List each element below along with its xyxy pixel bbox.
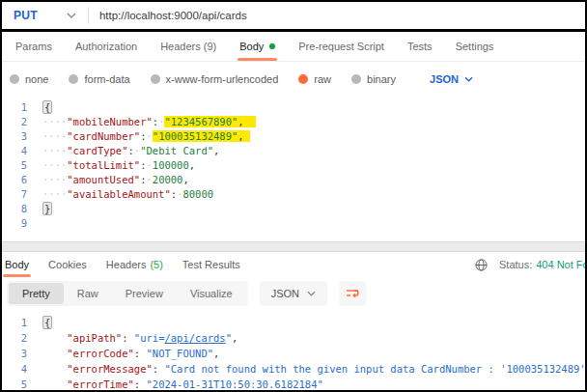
code-token [244,116,257,127]
body-mode-x-www-form-urlencoded[interactable]: x-www-form-urlencoded [151,73,279,85]
mode-label: none [25,73,48,85]
code-token: "cardType" [67,145,127,156]
code-line[interactable]: 5 "errorTime": "2024-01-31T10:50:30.6182… [2,377,585,392]
code-line[interactable]: 6····"amountUsed":·20000, [2,173,585,187]
response-tab-test-results[interactable]: Test Results [173,252,250,277]
tab-pre-request-script[interactable]: Pre-request Script [287,32,396,61]
radio-icon [351,74,361,84]
code-token: /api/cards [164,332,225,344]
tab-label: Body [239,41,264,52]
code-token: 100000 [153,159,189,171]
code-token: "2024-01-31T10:50:30.6182184" [147,378,323,390]
tab-label: Pre-request Script [298,41,384,52]
tab-headers-9[interactable]: Headers (9) [149,32,228,61]
tab-label: Cookies [48,259,87,270]
response-view-row: PrettyRawPreviewVisualize JSON [2,277,585,310]
method-selector[interactable]: PUT [2,9,47,22]
body-mode-raw[interactable]: raw [298,73,331,85]
code-line[interactable]: 3 "errorCode": "NOT_FOUND", [2,346,585,361]
line-number: 3 [2,346,33,361]
code-token: "Debit Card" [140,145,213,156]
line-number: 6 [2,173,33,187]
code-line[interactable]: 8} [2,202,585,216]
code-token: ···· [42,188,67,200]
code-token: ···· [42,174,67,185]
code-token [244,130,250,142]
request-url-bar: PUT http://localhost:9000/api/cards [2,2,585,29]
chevron-down-icon[interactable] [67,13,76,18]
tab-body[interactable]: Body [228,32,287,61]
code-token: ···· [42,116,67,127]
tab-label: Body [5,259,29,270]
code-line[interactable]: 5····"totalLimit":·100000, [2,158,585,173]
code-token [42,348,67,359]
headers-count: (5) [150,259,162,270]
line-number: 5 [2,158,33,173]
code-token: { [42,100,52,114]
view-tab-visualize[interactable]: Visualize [177,283,246,304]
mode-label: x-www-form-urlencoded [166,73,279,85]
view-tab-pretty[interactable]: Pretty [9,283,64,304]
chevron-down-icon [307,291,316,296]
body-mode-none[interactable]: none [10,73,48,85]
radio-icon [151,74,160,84]
body-filled-dot [269,43,275,49]
body-mode-binary[interactable]: binary [351,73,396,85]
tab-label: Test Results [182,259,240,270]
tab-authorization[interactable]: Authorization [64,32,149,61]
code-token: · [146,130,152,142]
code-token [42,332,67,344]
mode-label: form-data [84,73,129,85]
view-tab-preview[interactable]: Preview [112,283,177,304]
tab-tests[interactable]: Tests [396,32,444,61]
line-number: 7 [2,187,33,202]
tab-label: Headers (9) [160,41,216,52]
response-tab-body[interactable]: Body [0,252,39,277]
wrap-text-button[interactable] [339,281,366,306]
code-line[interactable]: 1{ [2,100,585,115]
response-language-label: JSON [271,288,299,299]
response-language-selector[interactable]: JSON [260,281,327,306]
code-token: ···· [42,145,67,156]
wrap-text-icon [345,287,360,300]
globe-icon[interactable] [475,259,488,271]
line-number: 8 [2,202,33,216]
tab-settings[interactable]: Settings [444,32,506,61]
body-language-selector[interactable]: JSON [430,73,473,85]
code-token: } [42,202,52,215]
tab-params[interactable]: Params [4,32,64,61]
response-status-area: Status: 404 Not Found [475,252,587,277]
line-number: 4 [2,144,33,158]
code-line[interactable]: 3····"cardNumber":·"100035132489", [2,129,585,144]
response-editor[interactable]: 1{2 "apiPath": "uri=/api/cards",3 "error… [2,310,585,392]
code-line[interactable]: 1{ [2,315,585,330]
url-input[interactable]: http://localhost:9000/api/cards [93,10,247,21]
tab-label: Params [15,41,52,52]
code-line[interactable]: 7····"availableAmount":·80000 [2,187,585,202]
code-token: , [232,332,238,344]
code-token: 20000 [153,174,183,185]
response-tab-cookies[interactable]: Cookies [39,252,97,277]
body-mode-form-data[interactable]: form-data [69,73,129,85]
code-line[interactable]: 9 [2,216,585,231]
response-tabs: BodyCookiesHeaders(5)Test Results Status… [0,252,585,277]
response-tab-headers[interactable]: Headers(5) [97,252,173,277]
chevron-down-icon [464,76,473,82]
code-token: 80000 [182,188,213,200]
view-tab-raw[interactable]: Raw [64,283,112,304]
code-line[interactable]: 2 "apiPath": "uri=/api/cards", [2,330,585,346]
code-line[interactable]: 2····"mobileNumber":·"1234567890", [2,115,585,129]
line-number: 1 [2,100,33,115]
request-editor[interactable]: 1{2····"mobileNumber":·"1234567890", 3··… [2,96,585,241]
line-number: 3 [2,129,33,144]
divider [88,7,89,24]
code-token: "1234567890" [164,116,238,127]
code-token: "cardNumber" [67,130,140,142]
code-line[interactable]: 4····"cardType":·"Debit Card", [2,144,585,158]
status-label: Status: [499,259,532,270]
radio-icon [69,74,78,84]
pane-separator[interactable] [2,241,585,252]
mode-label: raw [314,73,331,85]
code-line[interactable]: 4 "errorMessage": "Card not found with t… [2,361,585,377]
postman-window: PUT http://localhost:9000/api/cards Para… [0,0,587,392]
